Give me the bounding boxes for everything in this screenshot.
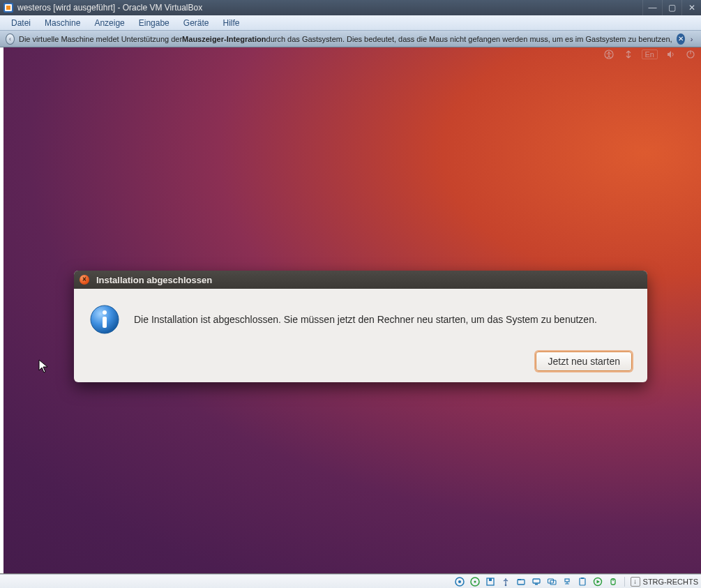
vm-viewport: En × Installation abgeschlossen [0, 47, 701, 574]
shared-folders-icon[interactable] [515, 576, 527, 587]
usb-icon[interactable] [500, 576, 511, 587]
notification-bar: ‹ Die virtuelle Maschine meldet Unterstü… [0, 31, 701, 47]
dialog-installation-complete: × Installation abgeschlossen [74, 271, 647, 382]
mouse-integration-icon[interactable] [608, 576, 619, 587]
svg-rect-19 [533, 579, 540, 583]
menu-datei[interactable]: Datei [4, 17, 38, 29]
svg-rect-25 [581, 578, 584, 579]
statusbar-separator [624, 577, 625, 587]
virtualbox-app-icon [3, 2, 14, 13]
menu-geraete[interactable]: Geräte [176, 17, 216, 29]
floppy-icon[interactable] [485, 576, 496, 587]
svg-point-11 [458, 580, 461, 583]
notification-expand-icon[interactable]: › [688, 34, 695, 44]
recording-icon[interactable] [592, 576, 603, 587]
svg-rect-20 [535, 584, 538, 585]
network-status-icon[interactable] [561, 576, 573, 587]
guest-top-panel: En [603, 47, 701, 61]
svg-rect-18 [518, 579, 521, 580]
power-icon[interactable] [684, 50, 697, 59]
svg-rect-15 [489, 578, 492, 581]
volume-icon[interactable] [665, 50, 677, 59]
svg-point-4 [608, 52, 609, 53]
accessibility-icon[interactable] [603, 50, 615, 59]
dialog-title-text: Installation abgeschlossen [96, 275, 212, 285]
svg-rect-17 [518, 580, 525, 585]
svg-point-13 [474, 580, 476, 582]
clipboard-icon[interactable] [577, 576, 588, 587]
close-icon[interactable]: × [80, 275, 89, 285]
mouse-cursor-icon [38, 359, 50, 377]
svg-rect-9 [103, 317, 107, 328]
host-key-indicator[interactable]: ↓ STRG-RECHTS [631, 577, 698, 587]
notification-text-pre: Die virtuelle Maschine meldet Unterstütz… [19, 35, 182, 43]
window-minimize-button[interactable]: — [642, 0, 662, 15]
svg-point-16 [504, 584, 506, 586]
display2-icon[interactable] [546, 576, 557, 587]
info-icon [89, 304, 120, 335]
window-controls: — ▢ ✕ [642, 0, 701, 15]
restart-now-button[interactable]: Jetzt neu starten [536, 352, 632, 371]
svg-rect-23 [565, 579, 569, 582]
notification-collapse-icon[interactable]: ‹ [6, 33, 15, 45]
menu-hilfe[interactable]: Hilfe [216, 17, 246, 29]
network-icon[interactable] [622, 50, 635, 59]
display-icon[interactable] [531, 576, 542, 587]
viewport-left-edge [0, 47, 3, 573]
status-bar: ↓ STRG-RECHTS [0, 574, 701, 588]
svg-rect-24 [580, 578, 585, 585]
menu-bar: Datei Maschine Anzeige Eingabe Geräte Hi… [0, 15, 701, 31]
notification-dismiss-icon[interactable]: ✕ [677, 33, 686, 45]
menu-eingabe[interactable]: Eingabe [132, 17, 176, 29]
dialog-body: Die Installation ist abgeschlossen. Sie … [74, 289, 647, 382]
keyboard-down-arrow-icon: ↓ [631, 577, 640, 587]
svg-point-8 [103, 310, 107, 315]
menu-maschine[interactable]: Maschine [38, 17, 87, 29]
menu-anzeige[interactable]: Anzeige [87, 17, 131, 29]
svg-rect-2 [6, 6, 10, 10]
language-indicator[interactable]: En [642, 50, 658, 59]
window-maximize-button[interactable]: ▢ [662, 0, 681, 15]
dialog-titlebar[interactable]: × Installation abgeschlossen [74, 271, 647, 289]
window-title: westeros [wird ausgeführt] - Oracle VM V… [17, 3, 642, 13]
notification-text-post: durch das Gastsystem. Dies bedeutet, das… [266, 35, 672, 43]
svg-rect-6 [690, 51, 691, 54]
host-key-label: STRG-RECHTS [643, 578, 698, 586]
optical-drive-icon[interactable] [469, 576, 481, 587]
hard-disk-icon[interactable] [454, 576, 465, 587]
dialog-message: Die Installation ist abgeschlossen. Sie … [134, 314, 597, 325]
notification-text-bold: Mauszeiger-Integration [182, 35, 266, 43]
window-close-button[interactable]: ✕ [681, 0, 701, 15]
window-titlebar: westeros [wird ausgeführt] - Oracle VM V… [0, 0, 701, 15]
